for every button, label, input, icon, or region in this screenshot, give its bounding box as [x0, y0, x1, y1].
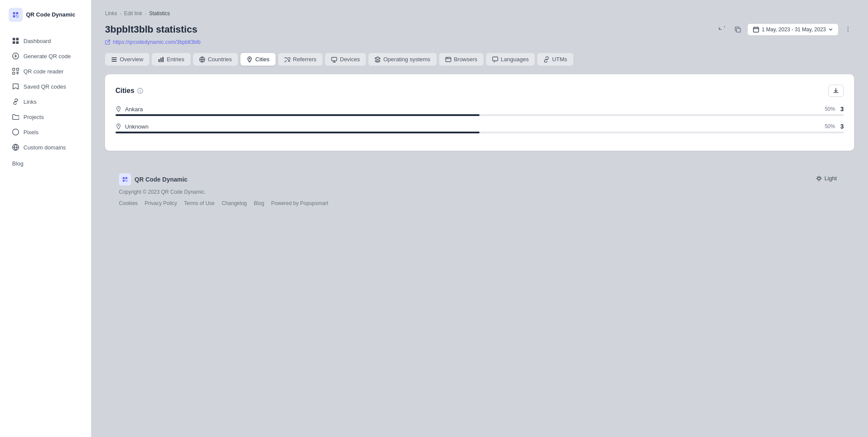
sidebar-item-pixels[interactable]: Pixels — [3, 125, 88, 139]
svg-rect-11 — [736, 28, 740, 32]
svg-rect-17 — [112, 59, 117, 60]
tab-entries[interactable]: Entries — [152, 53, 190, 66]
chevron-down-icon — [829, 27, 833, 32]
main-content: Links › Edit link › Statistics 3bpblt3bl… — [91, 0, 868, 437]
tab-operating-systems[interactable]: Operating systems — [368, 53, 436, 66]
breadcrumb-sep-1: › — [120, 11, 122, 16]
svg-rect-32 — [119, 173, 131, 185]
sidebar-item-projects[interactable]: Projects — [3, 109, 88, 124]
light-mode-label: Light — [825, 175, 837, 182]
tab-languages[interactable]: Languages — [486, 53, 535, 66]
sidebar-item-saved-qr[interactable]: Saved QR codes — [3, 79, 88, 94]
city-count-unknown: 3 — [840, 123, 844, 130]
tab-browsers-label: Browsers — [454, 56, 477, 63]
refresh-button[interactable] — [716, 23, 728, 36]
tab-operating-systems-label: Operating systems — [383, 56, 430, 63]
tab-utms[interactable]: UTMs — [537, 53, 573, 66]
svg-rect-8 — [13, 72, 15, 74]
tab-browsers[interactable]: Browsers — [439, 53, 483, 66]
svg-rect-0 — [9, 8, 23, 22]
svg-point-31 — [118, 125, 119, 126]
tab-devices-label: Devices — [340, 56, 360, 63]
breadcrumb-links[interactable]: Links — [105, 10, 117, 17]
sidebar: QR Code Dynamic Dashboard Generate QR co… — [0, 0, 91, 437]
svg-rect-1 — [13, 38, 15, 40]
url-text: https://qrcodedynamic.com/3bpblt3blb — [113, 39, 201, 45]
sidebar-label-links: Links — [23, 99, 36, 105]
refresh-icon — [719, 26, 726, 33]
city-row-unknown: Unknown 50% 3 — [115, 123, 844, 133]
footer-link-privacy[interactable]: Privacy Policy — [145, 200, 177, 206]
tab-nav: Overview Entries Countries Cities Referr… — [105, 53, 854, 66]
tab-overview[interactable]: Overview — [105, 53, 149, 66]
tab-countries[interactable]: Countries — [193, 53, 238, 66]
light-mode-button[interactable]: Light — [812, 173, 840, 183]
copy-button[interactable] — [732, 23, 744, 36]
svg-point-27 — [447, 57, 448, 58]
svg-point-30 — [118, 108, 119, 109]
svg-rect-28 — [493, 57, 498, 61]
date-range-button[interactable]: 1 May, 2023 - 31 May, 2023 — [747, 23, 838, 36]
footer-copyright: Copyright © 2023 QR Code Dynamic. — [119, 189, 328, 195]
city-row-ankara-header: Ankara 50% 3 — [115, 106, 844, 113]
sidebar-label-custom-domains: Custom domains — [23, 144, 66, 151]
folder-icon — [12, 113, 19, 120]
footer-link-popupsmart[interactable]: Powered by Popupsmart — [271, 200, 328, 206]
url-bar[interactable]: https://qrcodedynamic.com/3bpblt3blb — [105, 39, 854, 45]
svg-rect-12 — [753, 27, 759, 32]
breadcrumb-edit-link[interactable]: Edit link — [124, 10, 142, 17]
svg-rect-25 — [446, 57, 451, 62]
tab-entries-label: Entries — [167, 56, 184, 63]
map-pin-icon — [247, 56, 253, 63]
globe-tab-icon — [199, 56, 205, 63]
bar-chart-icon — [158, 56, 164, 63]
header-actions: 1 May, 2023 - 31 May, 2023 — [716, 23, 854, 36]
progress-bar-fill-ankara — [115, 114, 480, 116]
footer-bottom: QR Code Dynamic Copyright © 2023 QR Code… — [119, 173, 840, 206]
svg-point-26 — [447, 57, 447, 58]
map-marker-icon — [115, 106, 122, 112]
city-name-ankara: Ankara — [115, 106, 143, 113]
svg-rect-3 — [13, 41, 15, 44]
info-icon — [137, 88, 143, 94]
message-square-icon — [492, 56, 498, 63]
tab-referrers[interactable]: Referrers — [278, 53, 322, 66]
more-options-button[interactable] — [842, 23, 854, 36]
tab-cities[interactable]: Cities — [240, 53, 276, 66]
city-percent-ankara: 50% — [825, 106, 835, 112]
footer: QR Code Dynamic Copyright © 2023 QR Code… — [105, 159, 854, 217]
footer-left: QR Code Dynamic Copyright © 2023 QR Code… — [119, 173, 328, 206]
sidebar-item-dashboard[interactable]: Dashboard — [3, 33, 88, 48]
svg-point-15 — [848, 31, 848, 32]
progress-bar-bg-unknown — [115, 132, 844, 133]
sidebar-label-dashboard: Dashboard — [23, 38, 51, 44]
tab-devices[interactable]: Devices — [325, 53, 366, 66]
sidebar-item-links[interactable]: Links — [3, 94, 88, 109]
sidebar-label-pixels: Pixels — [23, 129, 39, 136]
download-button[interactable] — [828, 85, 844, 97]
breadcrumb: Links › Edit link › Statistics — [105, 10, 854, 17]
cities-card-title: Cities — [115, 87, 143, 95]
sidebar-item-qr-reader[interactable]: QR code reader — [3, 64, 88, 79]
footer-link-changelog[interactable]: Changelog — [222, 200, 247, 206]
svg-rect-20 — [161, 58, 162, 62]
sidebar-item-blog[interactable]: Blog — [3, 155, 88, 172]
sidebar-label-generate-qr: Generate QR code — [23, 53, 71, 60]
footer-link-cookies[interactable]: Cookies — [119, 200, 138, 206]
svg-rect-19 — [158, 59, 160, 62]
svg-rect-16 — [112, 57, 117, 58]
city-percent-unknown: 50% — [825, 123, 835, 129]
footer-logo-text: QR Code Dynamic — [135, 176, 187, 183]
logo-text: QR Code Dynamic — [26, 11, 75, 18]
footer-link-terms[interactable]: Terms of Use — [184, 200, 215, 206]
footer-logo: QR Code Dynamic — [119, 173, 328, 185]
sidebar-item-generate-qr[interactable]: Generate QR code — [3, 49, 88, 63]
map-marker-unknown-icon — [115, 123, 122, 129]
sidebar-label-qr-reader: QR code reader — [23, 68, 64, 75]
sidebar-item-custom-domains[interactable]: Custom domains — [3, 140, 88, 155]
footer-link-blog[interactable]: Blog — [254, 200, 264, 206]
tab-overview-label: Overview — [120, 56, 143, 63]
sidebar-logo[interactable]: QR Code Dynamic — [0, 0, 91, 30]
svg-rect-21 — [162, 57, 164, 62]
globe-icon — [12, 144, 19, 151]
